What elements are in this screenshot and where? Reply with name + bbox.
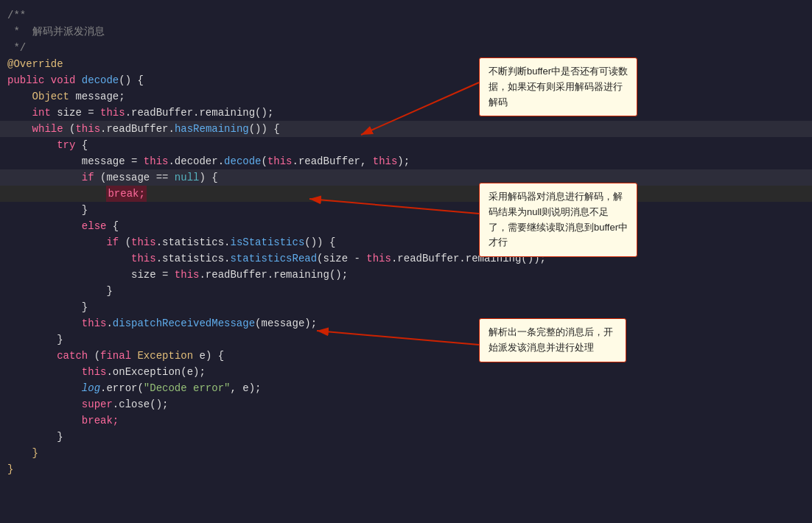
code-line-15: if (this.statistics.isStatistics()) { bbox=[0, 234, 812, 250]
code-line-19: } bbox=[0, 299, 812, 315]
code-line-29: } bbox=[0, 461, 812, 477]
code-line-21: } bbox=[0, 331, 812, 348]
code-line-17: size = this.readBuffer.remaining(); bbox=[0, 267, 812, 283]
code-line-8: while (this.readBuffer.hasRemaining()) { bbox=[0, 121, 812, 137]
code-line-2: * 解码并派发消息 bbox=[0, 24, 812, 40]
code-line-28: } bbox=[0, 445, 812, 461]
code-line-16: this.statistics.statisticsRead(size - th… bbox=[0, 250, 812, 267]
code-line-1: /** bbox=[0, 7, 812, 24]
code-line-25: super.close(); bbox=[0, 396, 812, 413]
code-line-13: } bbox=[0, 202, 812, 218]
code-line-5: public void decode() { bbox=[0, 72, 812, 88]
code-line-7: int size = this.readBuffer.remaining(); bbox=[0, 105, 812, 121]
code-line-11: if (message == null) { bbox=[0, 169, 812, 186]
code-line-18: } bbox=[0, 283, 812, 299]
tooltip-dispatch: 解析出一条完整的消息后，开始派发该消息并进行处理 bbox=[479, 318, 626, 362]
tooltip-buffer-check: 不断判断buffer中是否还有可读数据，如果还有则采用解码器进行解码 bbox=[479, 57, 637, 116]
code-line-4: @Override bbox=[0, 56, 812, 72]
code-editor: /** * 解码并派发消息 */ @Override public void d… bbox=[0, 0, 812, 523]
code-line-10: message = this.decoder.decode(this.readB… bbox=[0, 153, 812, 169]
code-line-27: } bbox=[0, 429, 812, 445]
code-line-22: catch (final Exception e) { bbox=[0, 348, 812, 364]
code-line-12: break; bbox=[0, 186, 812, 202]
code-line-3: */ bbox=[0, 40, 812, 56]
code-line-23: this.onException(e); bbox=[0, 364, 812, 380]
tooltip-decode-null: 采用解码器对消息进行解码，解码结果为null则说明消息不足了，需要继续读取消息到… bbox=[479, 183, 637, 257]
code-line-14: else { bbox=[0, 218, 812, 234]
code-line-26: break; bbox=[0, 413, 812, 429]
code-line-24: log.error("Decode error", e); bbox=[0, 380, 812, 396]
code-line-9: try { bbox=[0, 137, 812, 153]
code-line-6: Object message; bbox=[0, 88, 812, 105]
code-line-20: this.dispatchReceivedMessage(message); bbox=[0, 315, 812, 331]
